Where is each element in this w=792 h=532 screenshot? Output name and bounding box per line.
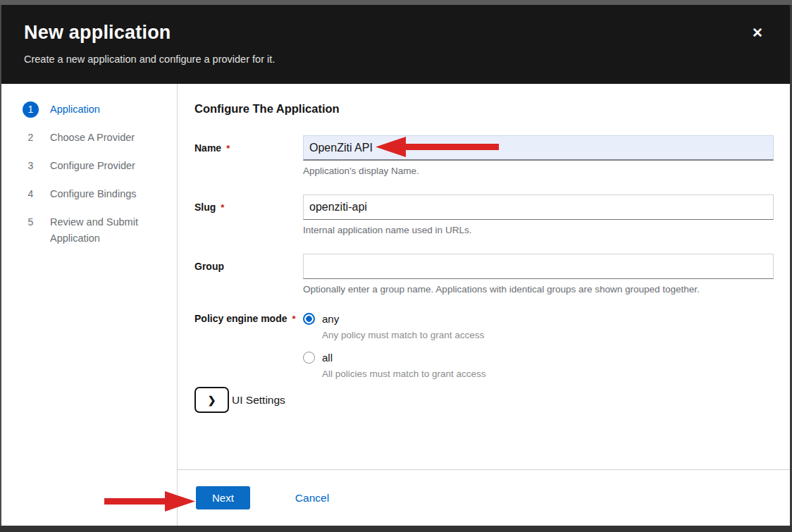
step-configure-bindings[interactable]: 4 Configure Bindings bbox=[23, 186, 177, 202]
wizard-main: Configure The Application Name* Applicat… bbox=[178, 84, 790, 526]
group-field-wrap: Optionally enter a group name. Applicati… bbox=[303, 254, 774, 295]
name-help: Application's display Name. bbox=[303, 166, 774, 176]
policy-engine-mode-row: Policy engine mode* any Any policy must … bbox=[194, 313, 774, 379]
step-number: 3 bbox=[23, 158, 39, 174]
name-field-row: Name* Application's display Name. bbox=[194, 135, 774, 176]
radio-all-help: All policies must match to grant access bbox=[322, 369, 774, 379]
radio-option-all: all bbox=[303, 352, 774, 364]
modal-body: 1 Application 2 Choose A Provider 3 Conf… bbox=[1, 84, 790, 526]
page-edge-bottom bbox=[0, 526, 792, 532]
step-label: Choose A Provider bbox=[50, 130, 157, 146]
required-marker: * bbox=[292, 314, 295, 324]
ui-settings-expander: ❯ UI Settings bbox=[194, 387, 774, 413]
step-label: Review and Submit Application bbox=[50, 214, 157, 247]
radio-all[interactable] bbox=[303, 352, 315, 364]
group-help: Optionally enter a group name. Applicati… bbox=[303, 284, 774, 295]
radio-any-help: Any policy must match to grant access bbox=[322, 330, 774, 340]
page-edge-top bbox=[0, 0, 792, 5]
next-button[interactable]: Next bbox=[196, 486, 250, 509]
modal-title: New application bbox=[24, 22, 767, 44]
required-marker: * bbox=[221, 202, 224, 213]
step-review-submit[interactable]: 5 Review and Submit Application bbox=[23, 214, 177, 247]
cancel-link[interactable]: Cancel bbox=[295, 492, 329, 505]
close-icon[interactable]: ✕ bbox=[752, 26, 763, 39]
slug-field-row: Slug* Internal application name used in … bbox=[194, 194, 774, 235]
wizard-content: Configure The Application Name* Applicat… bbox=[178, 84, 790, 469]
step-number: 5 bbox=[23, 214, 39, 230]
ui-settings-label: UI Settings bbox=[232, 394, 285, 407]
radio-option-any: any bbox=[303, 313, 774, 325]
group-label: Group bbox=[194, 254, 303, 295]
radio-all-label[interactable]: all bbox=[322, 352, 333, 364]
name-field-wrap: Application's display Name. bbox=[303, 135, 774, 176]
policy-engine-mode-label-text: Policy engine mode bbox=[194, 313, 287, 324]
slug-label: Slug* bbox=[194, 194, 303, 235]
wizard-step-nav: 1 Application 2 Choose A Provider 3 Conf… bbox=[1, 84, 178, 526]
new-application-modal: New application Create a new application… bbox=[1, 5, 790, 526]
chevron-right-icon: ❯ bbox=[208, 395, 216, 406]
page-title: Configure The Application bbox=[194, 102, 774, 116]
name-label: Name* bbox=[194, 135, 303, 176]
name-label-text: Name bbox=[194, 142, 221, 154]
radio-any-label[interactable]: any bbox=[322, 313, 339, 325]
step-choose-provider[interactable]: 2 Choose A Provider bbox=[23, 130, 177, 146]
step-configure-provider[interactable]: 3 Configure Provider bbox=[23, 158, 177, 174]
ui-settings-toggle-button[interactable]: ❯ bbox=[194, 387, 229, 413]
group-field-row: Group Optionally enter a group name. App… bbox=[194, 254, 774, 295]
step-number: 4 bbox=[23, 186, 39, 202]
step-label: Configure Bindings bbox=[50, 186, 157, 202]
modal-subtitle: Create a new application and configure a… bbox=[24, 54, 767, 65]
step-number: 2 bbox=[23, 130, 39, 146]
group-label-text: Group bbox=[194, 261, 224, 272]
step-application[interactable]: 1 Application bbox=[23, 101, 177, 118]
slug-input[interactable] bbox=[303, 194, 774, 220]
step-label: Application bbox=[50, 101, 157, 118]
required-marker: * bbox=[226, 143, 230, 154]
page-edge-left bbox=[0, 5, 1, 526]
modal-header: New application Create a new application… bbox=[1, 5, 790, 84]
slug-field-wrap: Internal application name used in URLs. bbox=[303, 194, 774, 235]
slug-help: Internal application name used in URLs. bbox=[303, 225, 774, 235]
name-input[interactable] bbox=[303, 135, 774, 161]
policy-engine-mode-label: Policy engine mode* bbox=[194, 313, 303, 379]
step-number: 1 bbox=[23, 101, 39, 118]
step-label: Configure Provider bbox=[50, 158, 157, 174]
slug-label-text: Slug bbox=[194, 202, 216, 213]
group-input[interactable] bbox=[303, 254, 774, 279]
policy-engine-mode-options: any Any policy must match to grant acces… bbox=[303, 313, 774, 379]
wizard-footer: Next Cancel bbox=[178, 469, 790, 526]
radio-any[interactable] bbox=[303, 313, 315, 325]
